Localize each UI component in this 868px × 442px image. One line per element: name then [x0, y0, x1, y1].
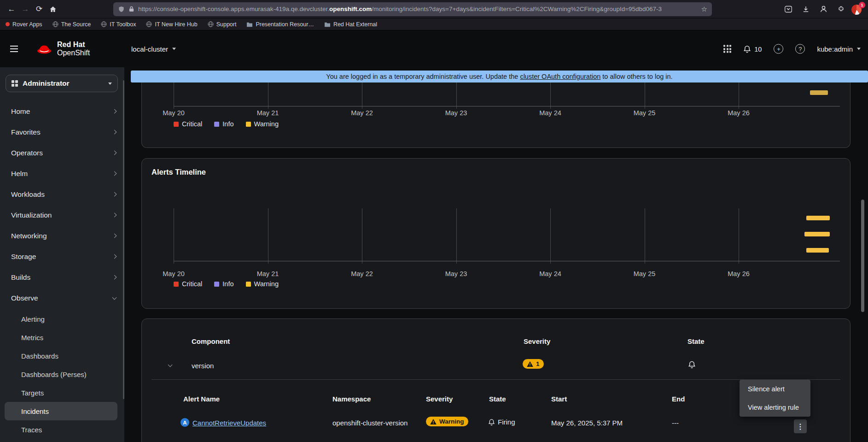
- pocket-icon[interactable]: [781, 2, 795, 16]
- axis-tick-label: May 22: [351, 270, 373, 277]
- chevron-right-icon: [112, 254, 117, 259]
- legend-item[interactable]: Info: [214, 120, 233, 128]
- bookmark-item[interactable]: Rover Apps: [6, 21, 42, 28]
- chart-gridline: [362, 208, 362, 264]
- sidebar-item-operators[interactable]: Operators: [0, 142, 124, 163]
- sidebar-item-dashboards-perses[interactable]: Dashboards (Perses): [0, 365, 124, 383]
- expand-toggle[interactable]: [168, 363, 173, 367]
- perspective-icon: [12, 80, 18, 87]
- timeline-bar: [806, 216, 830, 220]
- chart-gridline: [456, 208, 457, 264]
- chevron-right-icon: [112, 213, 117, 218]
- forward-button[interactable]: →: [18, 2, 32, 16]
- url-domain: openshift.com: [329, 6, 372, 12]
- home-button[interactable]: [46, 2, 60, 16]
- account-icon[interactable]: [816, 2, 830, 16]
- user-menu[interactable]: kube:admin: [817, 45, 861, 53]
- cluster-selector[interactable]: local-cluster: [131, 45, 176, 53]
- legend-label: Warning: [254, 120, 279, 128]
- tracking-shield-icon[interactable]: [118, 6, 125, 13]
- sidebar-item-builds[interactable]: Builds: [0, 267, 124, 288]
- legend-swatch: [214, 282, 219, 287]
- perspective-switcher[interactable]: Administrator: [6, 75, 118, 92]
- column-header-alert-name: Alert Name: [183, 395, 220, 403]
- sidebar-item-alerting[interactable]: Alerting: [0, 310, 124, 328]
- axis-tick-label: May 25: [634, 109, 656, 117]
- axis-tick-label: May 20: [163, 270, 185, 277]
- sidebar-item-observe[interactable]: Observe: [0, 288, 124, 308]
- axis-tick-label: May 26: [728, 270, 750, 277]
- address-bar[interactable]: https://console-openshift-console.apps.e…: [113, 2, 712, 16]
- chevron-down-icon: [172, 48, 176, 50]
- folder-icon: [246, 22, 253, 27]
- legend-item[interactable]: Critical: [174, 120, 202, 128]
- sidebar-item-incidents[interactable]: Incidents: [5, 402, 117, 420]
- back-button[interactable]: ←: [5, 2, 18, 16]
- menu-item-view-alerting-rule[interactable]: View alerting rule: [740, 398, 810, 417]
- legend-item[interactable]: Critical: [174, 280, 202, 288]
- bookmark-label: Support: [216, 21, 237, 28]
- chart-axis: [174, 106, 840, 106]
- lock-icon[interactable]: [128, 6, 134, 12]
- bookmark-item[interactable]: The Source: [52, 21, 91, 28]
- column-header-severity: Severity: [524, 337, 550, 345]
- notifications-button[interactable]: 10: [743, 45, 762, 53]
- brand-bottom: OpenShift: [57, 49, 90, 57]
- sidebar-item-networking[interactable]: Networking: [0, 225, 124, 246]
- sidebar-item-favorites[interactable]: Favorites: [0, 122, 124, 142]
- bookmark-label: Red Hat External: [333, 21, 377, 28]
- kebab-menu-button[interactable]: ⋮: [794, 419, 807, 433]
- sidebar-item-helm[interactable]: Helm: [0, 163, 124, 184]
- app-masthead: Red Hat OpenShift local-cluster 10 + ? k…: [0, 30, 868, 67]
- bookmark-item[interactable]: IT Toolbox: [101, 21, 136, 28]
- legend-swatch: [174, 282, 179, 287]
- sidebar-item-workloads[interactable]: Workloads: [0, 184, 124, 205]
- url-path: /monitoring/incidents?days=7+days&incide…: [372, 6, 662, 12]
- column-header-start: Start: [551, 395, 567, 403]
- chart-gridline: [550, 83, 551, 109]
- nav-toggle-button[interactable]: [10, 42, 24, 56]
- main-scrollbar[interactable]: [861, 200, 864, 312]
- sidebar-item-home[interactable]: Home: [0, 101, 124, 122]
- sidebar-nav: Home Favorites Operators Helm Workloads …: [0, 101, 124, 439]
- warning-severity-badge: Warning: [426, 417, 468, 426]
- alert-name-link[interactable]: CannotRetrieveUpdates: [192, 419, 266, 427]
- legend-item[interactable]: Info: [214, 280, 233, 288]
- legend-item[interactable]: Warning: [246, 280, 279, 288]
- app-launcher-icon[interactable]: [723, 45, 731, 53]
- chevron-right-icon: [112, 130, 117, 135]
- bookmark-star-icon[interactable]: ☆: [701, 5, 707, 13]
- url-prefix: https://console-openshift-console.apps.e…: [138, 6, 329, 12]
- profile-button[interactable]: 1: [851, 3, 863, 15]
- downloads-icon[interactable]: [799, 2, 813, 16]
- sidebar-item-metrics[interactable]: Metrics: [0, 328, 124, 347]
- bookmark-item[interactable]: Red Hat External: [324, 21, 377, 28]
- reload-button[interactable]: ⟳: [32, 2, 46, 16]
- chart-gridline: [362, 83, 362, 109]
- bookmark-label: Presentation Resour…: [256, 21, 314, 28]
- cluster-name: local-cluster: [131, 45, 168, 53]
- bookmark-item[interactable]: Support: [208, 21, 237, 28]
- bookmark-item[interactable]: Presentation Resour…: [246, 21, 314, 28]
- legend-label: Info: [222, 280, 233, 288]
- sidebar-item-traces[interactable]: Traces: [0, 420, 124, 439]
- sidebar-item-dashboards[interactable]: Dashboards: [0, 347, 124, 365]
- oauth-config-link[interactable]: cluster OAuth configuration: [520, 73, 600, 80]
- observe-submenu: Alerting Metrics Dashboards Dashboards (…: [0, 310, 124, 439]
- add-button[interactable]: +: [774, 44, 783, 54]
- severity-warning-badge[interactable]: 1: [523, 359, 544, 369]
- bookmark-item[interactable]: IT New Hire Hub: [146, 21, 197, 28]
- extensions-icon[interactable]: [834, 2, 848, 16]
- sidebar: Administrator Home Favorites Operators H…: [0, 67, 124, 442]
- alerts-timeline-chart: May 20May 21May 22May 23May 24May 25May …: [142, 159, 850, 308]
- sidebar-item-virtualization[interactable]: Virtualization: [0, 205, 124, 225]
- globe-icon: [208, 21, 214, 27]
- menu-item-silence-alert[interactable]: Silence alert: [740, 380, 810, 398]
- perspective-label: Administrator: [23, 79, 70, 88]
- help-button[interactable]: ?: [795, 44, 805, 54]
- sidebar-item-storage[interactable]: Storage: [0, 246, 124, 267]
- legend-item[interactable]: Warning: [246, 120, 279, 128]
- banner-text: to allow others to log in.: [600, 73, 672, 80]
- sidebar-item-targets[interactable]: Targets: [0, 383, 124, 402]
- banner-text: You are logged in as a temporary adminis…: [326, 73, 520, 80]
